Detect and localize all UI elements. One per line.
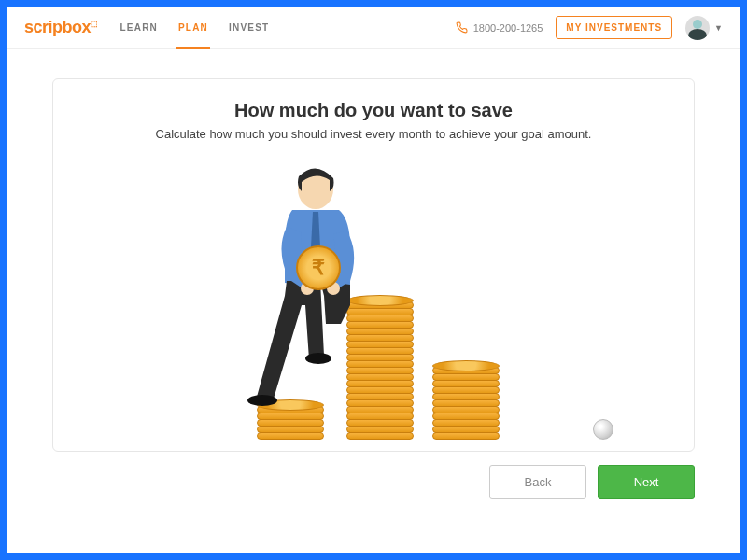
user-menu[interactable]: ▼ <box>685 16 723 40</box>
my-investments-button[interactable]: MY INVESTMENTS <box>556 16 672 39</box>
svg-point-1 <box>305 353 331 364</box>
phone-icon <box>456 21 468 34</box>
rupee-coin-icon: ₹ <box>296 245 341 290</box>
coin-stack-medium <box>432 360 500 440</box>
phone-number: 1800-200-1265 <box>473 22 543 34</box>
man-icon <box>219 165 388 408</box>
top-header: scripbox⬚ LEARN PLAN INVEST 1800-200-126… <box>7 7 740 49</box>
nav-learn[interactable]: LEARN <box>119 7 160 48</box>
support-phone[interactable]: 1800-200-1265 <box>456 21 543 34</box>
chevron-down-icon: ▼ <box>714 23 723 33</box>
card-subtitle: Calculate how much you should invest eve… <box>76 127 671 141</box>
main-nav: LEARN PLAN INVEST <box>119 7 272 48</box>
logo[interactable]: scripbox⬚ <box>24 18 98 37</box>
logo-text: scripbox <box>24 18 91 36</box>
card-title: How much do you want to save <box>76 100 671 121</box>
loading-dot-icon <box>593 419 613 440</box>
back-button[interactable]: Back <box>489 465 586 499</box>
user-avatar <box>685 16 710 40</box>
next-button[interactable]: Next <box>598 465 695 499</box>
nav-plan[interactable]: PLAN <box>176 7 210 48</box>
wizard-buttons: Back Next <box>52 465 695 499</box>
nav-invest[interactable]: INVEST <box>227 7 271 48</box>
savings-illustration: ₹ <box>76 150 671 440</box>
save-card: How much do you want to save Calculate h… <box>52 78 695 452</box>
svg-point-2 <box>247 395 277 406</box>
